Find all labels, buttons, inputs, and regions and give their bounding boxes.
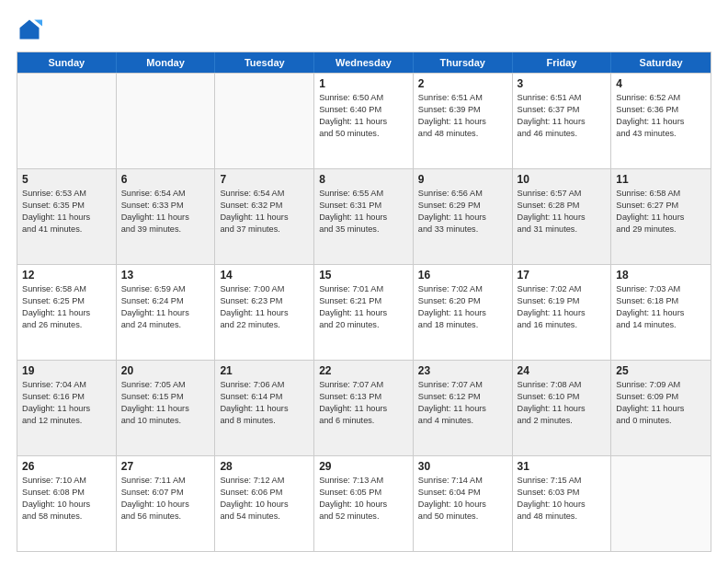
- day-info: Sunrise: 7:05 AM Sunset: 6:15 PM Dayligh…: [121, 379, 210, 427]
- day-info: Sunrise: 6:58 AM Sunset: 6:27 PM Dayligh…: [616, 188, 706, 236]
- calendar-cell: 8Sunrise: 6:55 AM Sunset: 6:31 PM Daylig…: [314, 169, 414, 264]
- day-number: 2: [418, 77, 507, 90]
- day-info: Sunrise: 7:11 AM Sunset: 6:07 PM Dayligh…: [121, 475, 210, 523]
- day-info: Sunrise: 6:53 AM Sunset: 6:35 PM Dayligh…: [22, 188, 111, 236]
- day-number: 26: [22, 460, 111, 473]
- day-info: Sunrise: 6:56 AM Sunset: 6:29 PM Dayligh…: [418, 188, 507, 236]
- calendar-header-cell: Saturday: [611, 52, 711, 73]
- day-info: Sunrise: 6:50 AM Sunset: 6:40 PM Dayligh…: [319, 92, 408, 140]
- calendar-header-cell: Thursday: [414, 52, 513, 73]
- calendar-cell: 2Sunrise: 6:51 AM Sunset: 6:39 PM Daylig…: [414, 74, 513, 168]
- calendar-cell: 22Sunrise: 7:07 AM Sunset: 6:13 PM Dayli…: [314, 361, 414, 455]
- day-number: 8: [319, 173, 408, 186]
- day-number: 17: [518, 269, 607, 282]
- calendar-cell: 4Sunrise: 6:52 AM Sunset: 6:36 PM Daylig…: [611, 74, 711, 168]
- calendar-cell: 15Sunrise: 7:01 AM Sunset: 6:21 PM Dayli…: [314, 265, 414, 360]
- day-number: 15: [319, 269, 408, 282]
- calendar-cell: 26Sunrise: 7:10 AM Sunset: 6:08 PM Dayli…: [17, 456, 117, 551]
- calendar-cell: 6Sunrise: 6:54 AM Sunset: 6:33 PM Daylig…: [117, 169, 216, 264]
- day-info: Sunrise: 6:55 AM Sunset: 6:31 PM Dayligh…: [319, 188, 408, 236]
- day-info: Sunrise: 7:03 AM Sunset: 6:18 PM Dayligh…: [616, 283, 706, 331]
- day-info: Sunrise: 6:52 AM Sunset: 6:36 PM Dayligh…: [616, 92, 706, 140]
- calendar-cell: 5Sunrise: 6:53 AM Sunset: 6:35 PM Daylig…: [17, 169, 117, 264]
- calendar-cell: 30Sunrise: 7:14 AM Sunset: 6:04 PM Dayli…: [414, 456, 513, 551]
- calendar-cell: [17, 74, 117, 168]
- calendar-cell: 1Sunrise: 6:50 AM Sunset: 6:40 PM Daylig…: [314, 74, 414, 168]
- day-info: Sunrise: 7:01 AM Sunset: 6:21 PM Dayligh…: [319, 283, 408, 331]
- calendar-cell: 13Sunrise: 6:59 AM Sunset: 6:24 PM Dayli…: [117, 265, 216, 360]
- day-number: 30: [418, 460, 507, 473]
- day-info: Sunrise: 7:12 AM Sunset: 6:06 PM Dayligh…: [220, 475, 309, 523]
- day-number: 6: [121, 173, 210, 186]
- calendar-cell: 24Sunrise: 7:08 AM Sunset: 6:10 PM Dayli…: [513, 361, 612, 455]
- day-number: 11: [616, 173, 706, 186]
- calendar-header-cell: Friday: [513, 52, 612, 73]
- day-info: Sunrise: 7:07 AM Sunset: 6:12 PM Dayligh…: [418, 379, 507, 427]
- day-number: 28: [220, 460, 309, 473]
- day-info: Sunrise: 7:02 AM Sunset: 6:20 PM Dayligh…: [418, 283, 507, 331]
- calendar-cell: 21Sunrise: 7:06 AM Sunset: 6:14 PM Dayli…: [215, 361, 314, 455]
- calendar-cell: 16Sunrise: 7:02 AM Sunset: 6:20 PM Dayli…: [414, 265, 513, 360]
- day-number: 5: [22, 173, 111, 186]
- calendar-cell: 25Sunrise: 7:09 AM Sunset: 6:09 PM Dayli…: [611, 361, 711, 455]
- day-info: Sunrise: 7:06 AM Sunset: 6:14 PM Dayligh…: [220, 379, 309, 427]
- day-number: 29: [319, 460, 408, 473]
- calendar-cell: 19Sunrise: 7:04 AM Sunset: 6:16 PM Dayli…: [17, 361, 117, 455]
- day-info: Sunrise: 7:10 AM Sunset: 6:08 PM Dayligh…: [22, 475, 111, 523]
- day-info: Sunrise: 6:59 AM Sunset: 6:24 PM Dayligh…: [121, 283, 210, 331]
- calendar-cell: [611, 456, 711, 551]
- day-info: Sunrise: 6:54 AM Sunset: 6:33 PM Dayligh…: [121, 188, 210, 236]
- day-number: 24: [518, 364, 607, 377]
- day-number: 1: [319, 77, 408, 90]
- calendar-cell: 31Sunrise: 7:15 AM Sunset: 6:03 PM Dayli…: [513, 456, 612, 551]
- day-number: 4: [616, 77, 706, 90]
- day-number: 16: [418, 269, 507, 282]
- day-number: 18: [616, 269, 706, 282]
- calendar-body: 1Sunrise: 6:50 AM Sunset: 6:40 PM Daylig…: [17, 73, 711, 551]
- svg-marker-0: [20, 20, 40, 40]
- header: [17, 17, 711, 42]
- calendar-header-cell: Sunday: [17, 52, 117, 73]
- calendar-cell: 20Sunrise: 7:05 AM Sunset: 6:15 PM Dayli…: [117, 361, 216, 455]
- day-info: Sunrise: 7:08 AM Sunset: 6:10 PM Dayligh…: [518, 379, 607, 427]
- day-info: Sunrise: 7:07 AM Sunset: 6:13 PM Dayligh…: [319, 379, 408, 427]
- day-info: Sunrise: 7:14 AM Sunset: 6:04 PM Dayligh…: [418, 475, 507, 523]
- day-number: 12: [22, 269, 111, 282]
- day-number: 9: [418, 173, 507, 186]
- calendar-week-row: 1Sunrise: 6:50 AM Sunset: 6:40 PM Daylig…: [17, 73, 711, 168]
- calendar-cell: 12Sunrise: 6:58 AM Sunset: 6:25 PM Dayli…: [17, 265, 117, 360]
- day-info: Sunrise: 6:58 AM Sunset: 6:25 PM Dayligh…: [22, 283, 111, 331]
- calendar-week-row: 5Sunrise: 6:53 AM Sunset: 6:35 PM Daylig…: [17, 168, 711, 264]
- calendar-cell: 23Sunrise: 7:07 AM Sunset: 6:12 PM Dayli…: [414, 361, 513, 455]
- day-number: 3: [518, 77, 607, 90]
- day-info: Sunrise: 6:57 AM Sunset: 6:28 PM Dayligh…: [518, 188, 607, 236]
- day-info: Sunrise: 7:02 AM Sunset: 6:19 PM Dayligh…: [518, 283, 607, 331]
- calendar-header-cell: Wednesday: [314, 52, 414, 73]
- logo: [17, 17, 46, 42]
- logo-icon: [17, 17, 42, 42]
- calendar-cell: 29Sunrise: 7:13 AM Sunset: 6:05 PM Dayli…: [314, 456, 414, 551]
- day-info: Sunrise: 6:51 AM Sunset: 6:39 PM Dayligh…: [418, 92, 507, 140]
- page: SundayMondayTuesdayWednesdayThursdayFrid…: [0, 0, 728, 563]
- calendar-cell: 10Sunrise: 6:57 AM Sunset: 6:28 PM Dayli…: [513, 169, 612, 264]
- day-number: 13: [121, 269, 210, 282]
- day-info: Sunrise: 7:15 AM Sunset: 6:03 PM Dayligh…: [518, 475, 607, 523]
- day-info: Sunrise: 7:09 AM Sunset: 6:09 PM Dayligh…: [616, 379, 706, 427]
- day-number: 25: [616, 364, 706, 377]
- day-info: Sunrise: 6:51 AM Sunset: 6:37 PM Dayligh…: [518, 92, 607, 140]
- calendar-cell: [117, 74, 216, 168]
- calendar-cell: 3Sunrise: 6:51 AM Sunset: 6:37 PM Daylig…: [513, 74, 612, 168]
- day-number: 22: [319, 364, 408, 377]
- calendar-week-row: 19Sunrise: 7:04 AM Sunset: 6:16 PM Dayli…: [17, 360, 711, 455]
- calendar-cell: 28Sunrise: 7:12 AM Sunset: 6:06 PM Dayli…: [215, 456, 314, 551]
- day-number: 19: [22, 364, 111, 377]
- calendar-cell: 7Sunrise: 6:54 AM Sunset: 6:32 PM Daylig…: [215, 169, 314, 264]
- day-info: Sunrise: 7:04 AM Sunset: 6:16 PM Dayligh…: [22, 379, 111, 427]
- calendar-cell: 17Sunrise: 7:02 AM Sunset: 6:19 PM Dayli…: [513, 265, 612, 360]
- calendar-cell: 27Sunrise: 7:11 AM Sunset: 6:07 PM Dayli…: [117, 456, 216, 551]
- day-number: 14: [220, 269, 309, 282]
- calendar-cell: 18Sunrise: 7:03 AM Sunset: 6:18 PM Dayli…: [611, 265, 711, 360]
- day-number: 10: [518, 173, 607, 186]
- day-number: 23: [418, 364, 507, 377]
- day-number: 27: [121, 460, 210, 473]
